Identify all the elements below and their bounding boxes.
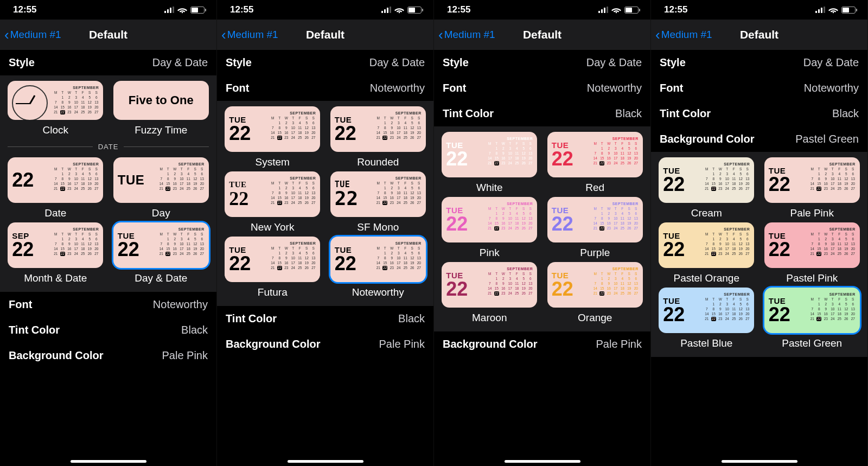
font-futura[interactable]: TUE22SEPTEMBERMTWTFSS1234567891011121314… <box>222 237 323 298</box>
caption: Month & Date <box>24 272 87 284</box>
caption: Date <box>44 207 66 219</box>
cellular-icon <box>164 7 174 13</box>
status-time: 12:55 <box>447 4 470 15</box>
row-style[interactable]: StyleDay & Date <box>434 50 650 75</box>
cellular-icon <box>598 7 608 13</box>
caption: Red <box>585 182 604 194</box>
tint-maroon[interactable]: TUE22SEPTEMBERMTWTFSS1234567891011121314… <box>439 262 540 324</box>
font-newyork[interactable]: TUE22SEPTEMBERMTWTFSS1234567891011121314… <box>222 171 323 233</box>
scroll-area[interactable]: StyleDay & Date FontNoteworthy TUE22SEPT… <box>217 50 433 466</box>
fuzzy-text: Five to One <box>118 84 205 117</box>
caption: Maroon <box>472 312 507 324</box>
wifi-icon <box>611 7 621 14</box>
bg-pblue[interactable]: TUE22SEPTEMBERMTWTFSS1234567891011121314… <box>656 288 757 349</box>
bg-porange[interactable]: TUE22SEPTEMBERMTWTFSS1234567891011121314… <box>656 222 757 284</box>
tint-orange[interactable]: TUE22SEPTEMBERMTWTFSS1234567891011121314… <box>545 262 646 324</box>
row-bg[interactable]: Background ColorPastel Green <box>651 126 867 152</box>
cellular-icon <box>815 7 825 13</box>
font-sfmono[interactable]: TUE22SEPTEMBERMTWTFSS1234567891011121314… <box>328 171 429 233</box>
caption: Purple <box>580 247 610 259</box>
back-button[interactable]: ‹Medium #1 <box>655 28 712 42</box>
font-grid: TUE22SEPTEMBERMTWTFSS1234567891011121314… <box>217 101 433 306</box>
chevron-left-icon: ‹ <box>655 28 660 42</box>
widget-fuzzy: Five to One <box>113 81 209 120</box>
bg-cream[interactable]: TUE22SEPTEMBERMTWTFSS1234567891011121314… <box>656 157 757 219</box>
bg-palepink[interactable]: TUE22SEPTEMBERMTWTFSS1234567891011121314… <box>762 157 863 219</box>
row-value: Day & Date <box>152 56 208 69</box>
caption: Rounded <box>357 156 399 168</box>
screen-font: 12:55 ‹Medium #1Default StyleDay & Date … <box>217 0 434 466</box>
widget-monthdate: SEP22SEPTEMBERMTWTFSS1234567891011121314… <box>8 222 103 268</box>
font-noteworthy[interactable]: TUE22SEPTEMBERMTWTFSS1234567891011121314… <box>328 237 429 298</box>
bg-ppink[interactable]: TUE22SEPTEMBERMTWTFSS1234567891011121314… <box>762 222 863 284</box>
row-tint[interactable]: Tint ColorBlack <box>434 101 650 126</box>
style-monthdate[interactable]: SEP22SEPTEMBERMTWTFSS1234567891011121314… <box>5 222 106 284</box>
battery-icon <box>407 7 422 14</box>
scroll-area[interactable]: StyleDay & Date FontNoteworthy Tint Colo… <box>434 50 650 466</box>
row-tint[interactable]: Tint ColorBlack <box>217 306 433 331</box>
caption: Clock <box>42 124 68 136</box>
battery-icon <box>841 7 856 14</box>
caption: Day <box>152 207 170 219</box>
style-daydate[interactable]: TUE22SEPTEMBERMTWTFSS1234567891011121314… <box>111 222 212 284</box>
nav-bar: ‹Medium #1Default <box>217 20 433 50</box>
cellular-icon <box>381 7 391 13</box>
row-style[interactable]: StyleDay & Date <box>217 50 433 75</box>
widget-clock: SEPTEMBERMTWTFSS123456789101112131415161… <box>8 81 103 120</box>
caption: Orange <box>578 312 612 324</box>
scroll-area[interactable]: StyleDay & Date FontNoteworthy Tint Colo… <box>651 50 867 466</box>
home-indicator[interactable] <box>505 460 580 463</box>
row-font[interactable]: FontNoteworthy <box>651 75 867 101</box>
row-bg[interactable]: Background ColorPale Pink <box>434 331 650 357</box>
tint-white[interactable]: TUE22SEPTEMBERMTWTFSS1234567891011121314… <box>439 132 540 194</box>
back-button[interactable]: ‹Medium #1 <box>221 28 278 42</box>
row-bg[interactable]: Background ColorPale Pink <box>0 343 216 368</box>
caption: Noteworthy <box>352 286 404 298</box>
row-font[interactable]: FontNoteworthy <box>217 75 433 101</box>
battery-icon <box>624 7 639 14</box>
font-system[interactable]: TUE22SEPTEMBERMTWTFSS1234567891011121314… <box>222 106 323 168</box>
status-bar: 12:55 <box>217 0 433 20</box>
widget-date: 22SEPTEMBERMTWTFSS1234567891011121314151… <box>8 157 103 203</box>
bg-pgreen[interactable]: TUE22SEPTEMBERMTWTFSS1234567891011121314… <box>762 288 863 349</box>
style-fuzzy[interactable]: Five to One Fuzzy Time <box>111 81 212 136</box>
home-indicator[interactable] <box>288 460 363 463</box>
row-font[interactable]: FontNoteworthy <box>0 292 216 317</box>
nav-bar: ‹Medium #1 Default <box>0 20 216 50</box>
chevron-left-icon: ‹ <box>438 28 443 42</box>
tint-red[interactable]: TUE22SEPTEMBERMTWTFSS1234567891011121314… <box>545 132 646 194</box>
back-button[interactable]: ‹Medium #1 <box>4 28 61 42</box>
status-bar: 12:55 <box>0 0 216 20</box>
divider-label: DATE <box>98 143 119 151</box>
home-indicator[interactable] <box>722 460 797 463</box>
row-tint[interactable]: Tint ColorBlack <box>0 317 216 343</box>
style-day[interactable]: TUESEPTEMBERMTWTFSS123456789101112131415… <box>111 157 212 219</box>
row-bg[interactable]: Background ColorPale Pink <box>217 331 433 357</box>
wifi-icon <box>177 7 187 14</box>
clock-icon <box>12 85 48 120</box>
screen-bg: 12:55 ‹Medium #1Default StyleDay & Date … <box>651 0 868 466</box>
tint-grid: TUE22SEPTEMBERMTWTFSS1234567891011121314… <box>434 126 650 331</box>
caption: Pink <box>480 247 500 259</box>
caption: New York <box>251 221 294 233</box>
back-button[interactable]: ‹Medium #1 <box>438 28 495 42</box>
row-font[interactable]: FontNoteworthy <box>434 75 650 101</box>
row-style[interactable]: StyleDay & Date <box>0 50 216 75</box>
scroll-area[interactable]: StyleDay & Date SEPTEMBERMTWTFSS12345678… <box>0 50 216 466</box>
style-date[interactable]: 22SEPTEMBERMTWTFSS1234567891011121314151… <box>5 157 106 219</box>
caption: White <box>476 182 503 194</box>
tint-purple[interactable]: TUE22SEPTEMBERMTWTFSS1234567891011121314… <box>545 197 646 259</box>
caption: System <box>256 156 290 168</box>
row-style[interactable]: StyleDay & Date <box>651 50 867 75</box>
screen-style: 12:55 ‹Medium #1 Default StyleDay & Date… <box>0 0 217 466</box>
caption: Pastel Blue <box>680 337 732 349</box>
status-bar: 12:55 <box>651 0 867 20</box>
status-time: 12:55 <box>664 4 687 15</box>
home-indicator[interactable] <box>71 460 146 463</box>
row-tint[interactable]: Tint ColorBlack <box>651 101 867 126</box>
status-indicators <box>164 7 205 14</box>
tint-pink[interactable]: TUE22SEPTEMBERMTWTFSS1234567891011121314… <box>439 197 540 259</box>
style-clock[interactable]: SEPTEMBERMTWTFSS123456789101112131415161… <box>5 81 106 136</box>
chevron-left-icon: ‹ <box>4 28 9 42</box>
font-rounded[interactable]: TUE22SEPTEMBERMTWTFSS1234567891011121314… <box>328 106 429 168</box>
